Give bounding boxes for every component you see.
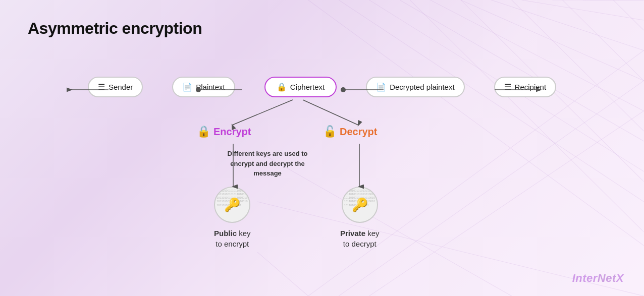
public-key-label: Public keyto encrypt [214, 228, 251, 249]
brand-logo: InterNetX [572, 272, 624, 285]
ciphertext-icon: 🔒 [277, 82, 287, 92]
plaintext-icon: 📄 [182, 82, 192, 92]
recipient-icon: ☰ [504, 82, 511, 92]
decrypted-node: 📄 Decrypted plaintext [366, 77, 464, 97]
public-key-icon: 🔑 [224, 197, 240, 213]
ciphertext-label: Ciphertext [290, 83, 325, 91]
decrypted-label: Decrypted plaintext [390, 83, 454, 91]
private-key-section: 0011010010101101001010110100101011010010… [340, 187, 380, 249]
private-key-circle: 0011010010101101001010110100101011010010… [342, 187, 378, 223]
sender-node: ☰ Sender [88, 77, 143, 97]
recipient-label: Recipient [515, 83, 547, 91]
lock-closed-icon: 🔒 [197, 125, 210, 138]
info-text: Different keys are used to encrypt and d… [227, 149, 308, 179]
flow-row: ☰ Sender 📄 Plaintext 🔒 Ciphertext 📄 Decr… [0, 77, 644, 97]
private-key-label: Private keyto decrypt [340, 228, 380, 249]
public-key-circle: 0011010010101101001010110100101011010010… [214, 187, 250, 223]
private-key-icon: 🔑 [352, 197, 368, 213]
svg-line-28 [303, 100, 358, 125]
recipient-node: ☰ Recipient [494, 77, 557, 97]
sender-icon: ☰ [98, 82, 105, 92]
decrypt-label: Decrypt [340, 126, 377, 138]
page-title: Asymmetric encryption [28, 19, 202, 38]
decrypted-icon: 📄 [376, 82, 386, 92]
svg-line-27 [232, 100, 293, 125]
ciphertext-node: 🔒 Ciphertext [264, 77, 337, 97]
encrypt-label: Encrypt [213, 126, 251, 138]
lock-open-icon: 🔓 [323, 125, 337, 138]
connector-lines: Ciphertext: line with + symbol --> Decry… [0, 0, 644, 296]
decrypt-section: 🔓 Decrypt [323, 125, 377, 138]
plaintext-node: 📄 Plaintext [172, 77, 235, 97]
sender-label: Sender [109, 83, 133, 91]
encrypt-section: 🔒 Encrypt [197, 125, 251, 138]
main-content: Asymmetric encryption Ciphertext: line w… [0, 0, 644, 296]
public-key-section: 0011010010101101001010110100101011010010… [214, 187, 251, 249]
plaintext-label: Plaintext [196, 83, 225, 91]
